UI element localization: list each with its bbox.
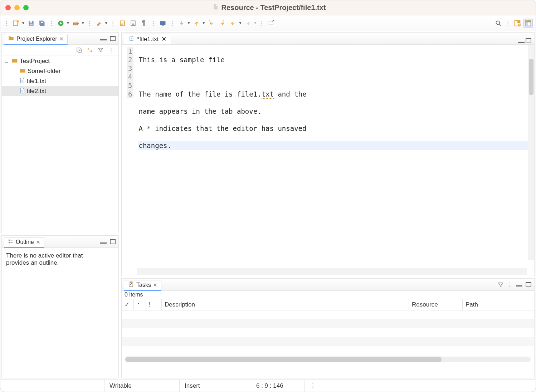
close-icon[interactable]: ✕ [36, 239, 40, 245]
back-button[interactable] [228, 19, 238, 28]
tasks-tab[interactable]: Tasks ✕ [124, 280, 161, 291]
code-line: This is a sample file [138, 55, 531, 64]
view-menu-icon[interactable]: ⋮ [506, 281, 513, 288]
maximize-icon[interactable] [109, 238, 116, 245]
col-path[interactable]: Path [463, 299, 534, 310]
project-explorer-tab[interactable]: Project Explorer ✕ [4, 34, 68, 45]
project-tree[interactable]: ⌄ TestProject SomeFolder file1.txt [2, 55, 118, 233]
editor-tab[interactable]: *file1.txt ✕ [124, 34, 171, 44]
tree-file-row[interactable]: file2.txt [2, 86, 118, 96]
close-window-button[interactable] [5, 5, 11, 10]
maximize-icon[interactable] [525, 281, 532, 288]
collapse-all-icon[interactable] [75, 46, 83, 54]
zoom-window-button[interactable] [23, 5, 29, 10]
horizontal-scrollbar[interactable] [125, 357, 531, 362]
project-icon [11, 57, 18, 66]
status-menu[interactable]: ⋮ [304, 380, 321, 392]
minimize-icon[interactable] [100, 238, 107, 245]
outline-tab[interactable]: Outline ✕ [4, 237, 44, 248]
run-button[interactable] [56, 19, 65, 28]
vertical-scrollbar[interactable] [528, 45, 534, 260]
new-button[interactable]: + [11, 19, 21, 28]
close-icon[interactable]: ✕ [153, 282, 157, 288]
prev-annotation-button[interactable] [192, 19, 201, 28]
tasks-table-header: ✓ ⌃ ! Description Resource Path [122, 299, 534, 310]
tasks-table: ✓ ⌃ ! Description Resource Path [122, 299, 534, 378]
dropdown-caret-icon[interactable]: ▼ [81, 21, 85, 25]
table-row[interactable] [122, 346, 534, 355]
save-button[interactable] [26, 19, 36, 28]
col-resource[interactable]: Resource [409, 299, 463, 310]
back-star-button[interactable]: * [218, 19, 227, 28]
dropdown-caret-icon[interactable]: ▼ [238, 21, 242, 25]
svg-rect-18 [517, 20, 520, 23]
window-title: Resource - TestProject/file1.txt [29, 4, 509, 12]
filter-icon[interactable] [497, 281, 504, 288]
tree-file-label: file1.txt [27, 78, 46, 85]
dropdown-caret-icon[interactable]: ▼ [104, 21, 108, 25]
scrollbar-thumb[interactable] [125, 357, 442, 362]
show-whitespace-button[interactable]: ¶ [139, 19, 148, 28]
table-row[interactable] [122, 319, 534, 328]
brush-button[interactable] [94, 19, 104, 28]
chevron-down-icon[interactable]: ⌄ [3, 58, 10, 65]
minimize-icon[interactable] [100, 35, 107, 42]
dropdown-caret-icon[interactable]: ▼ [253, 21, 257, 25]
editor-body[interactable]: 1 2 3 4 5 6 This is a sample file The na… [122, 45, 534, 268]
minimize-window-button[interactable] [14, 5, 20, 10]
line-number: 6 [127, 90, 133, 98]
tree-folder-row[interactable]: SomeFolder [2, 66, 118, 76]
maximize-icon[interactable] [109, 35, 116, 42]
col-sort[interactable]: ⌃ [134, 299, 146, 310]
col-complete[interactable]: ✓ [122, 299, 134, 310]
search-button[interactable] [494, 19, 503, 28]
table-row[interactable] [122, 310, 534, 319]
table-row[interactable] [122, 337, 534, 346]
svg-point-16 [496, 21, 500, 24]
maximize-icon[interactable] [525, 37, 532, 44]
forward-button[interactable] [243, 19, 253, 28]
tree-project-row[interactable]: ⌄ TestProject [2, 56, 118, 66]
project-explorer-label: Project Explorer [16, 36, 57, 42]
dropdown-caret-icon[interactable]: ▼ [66, 21, 70, 25]
folder-icon [8, 35, 14, 43]
col-description[interactable]: Description [162, 299, 409, 310]
scrollbar-thumb[interactable] [529, 59, 533, 95]
resource-perspective-button[interactable] [523, 19, 533, 28]
toggle-block-button[interactable] [128, 19, 138, 28]
tree-folder-label: SomeFolder [28, 68, 61, 75]
close-icon[interactable]: ✕ [59, 36, 64, 42]
minimize-icon[interactable] [516, 281, 523, 288]
code-area[interactable]: This is a sample file The name of the fi… [136, 45, 534, 268]
tree-file-row[interactable]: file1.txt [2, 76, 118, 86]
next-annotation-button[interactable] [177, 19, 186, 28]
file-icon [19, 77, 25, 85]
open-perspective-button[interactable]: + [513, 19, 522, 28]
table-row[interactable] [122, 328, 534, 337]
code-line: name appears in the tab above. [138, 107, 531, 116]
filter-icon[interactable] [97, 46, 104, 54]
dropdown-caret-icon[interactable]: ▼ [202, 21, 206, 25]
dropdown-caret-icon[interactable]: ▼ [21, 21, 25, 25]
toggle-mark-button[interactable] [118, 19, 127, 28]
screen-button[interactable] [158, 19, 167, 28]
outline-body: There is no active editor that provides … [2, 248, 118, 378]
view-menu-icon[interactable]: ⋮ [108, 46, 115, 54]
external-tools-button[interactable] [71, 19, 81, 28]
dropdown-caret-icon[interactable]: ▼ [187, 21, 191, 25]
main-area: Project Explorer ✕ ⋮ ⌄ [0, 31, 536, 379]
project-explorer-header: Project Explorer ✕ [2, 33, 118, 45]
file-icon [212, 4, 219, 12]
col-priority[interactable]: ! [146, 299, 162, 310]
line-number-gutter: 1 2 3 4 5 6 [122, 45, 136, 268]
toolbar-handle[interactable] [3, 20, 10, 26]
last-edit-button[interactable]: * [207, 19, 216, 28]
pin-button[interactable] [267, 19, 276, 28]
close-icon[interactable]: ✕ [161, 35, 166, 43]
project-explorer-toolbar: ⋮ [2, 45, 118, 55]
file-icon [128, 35, 134, 43]
minimize-icon[interactable] [518, 37, 525, 44]
horizontal-scrollbar[interactable] [137, 268, 527, 275]
save-all-button[interactable] [37, 19, 47, 28]
link-editor-icon[interactable] [86, 46, 93, 54]
